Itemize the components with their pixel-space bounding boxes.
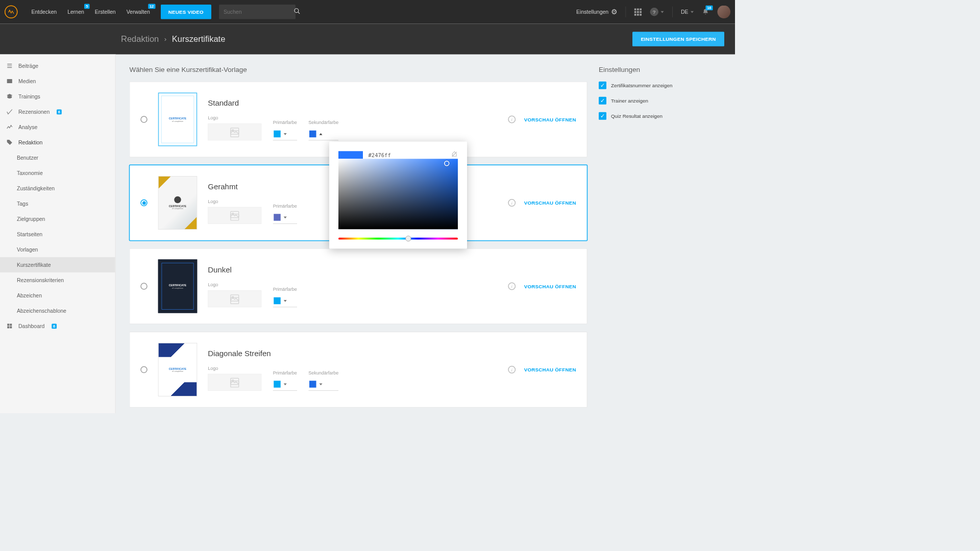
chevron-right-icon: ›	[164, 35, 167, 43]
nav-item[interactable]: Lernen5	[62, 0, 90, 24]
sidebar-item[interactable]: Rezensionen6	[0, 104, 115, 119]
primary-color-label: Primärfarbe	[273, 370, 297, 375]
primary-color-select[interactable]	[273, 378, 297, 390]
setting-checkbox-row[interactable]: ✓Zertifikatsnummer anzeigen	[599, 82, 721, 89]
svg-rect-1	[7, 79, 12, 83]
sidebar-item[interactable]: Vorlagen	[0, 242, 115, 257]
logo-upload[interactable]	[208, 373, 261, 390]
logo-upload[interactable]	[208, 123, 261, 140]
picker-hex-value[interactable]: #2476ff	[369, 152, 446, 158]
color-swatch	[274, 297, 281, 305]
breadcrumb-root[interactable]: Redaktion	[121, 34, 159, 44]
sidebar-item[interactable]: Trainings	[0, 89, 115, 104]
template-thumbnail: CERTIFICATEof completion	[158, 176, 198, 230]
color-swatch	[274, 214, 281, 221]
picker-hue-handle[interactable]	[405, 236, 411, 241]
primary-color-select[interactable]	[273, 128, 297, 140]
primary-color-select[interactable]	[273, 211, 297, 223]
open-preview-link[interactable]: VORSCHAU ÖFFNEN	[524, 116, 576, 122]
notifications-button[interactable]: 16	[702, 9, 709, 16]
template-thumbnail: CERTIFICATEof completion	[158, 260, 198, 313]
checkbox-checked-icon: ✓	[599, 112, 606, 120]
logo-label: Logo	[208, 282, 261, 287]
logo-upload[interactable]	[208, 207, 261, 223]
sidebar-item-label: Tags	[17, 201, 28, 207]
template-card: CERTIFICATEof completionDiagonale Streif…	[130, 332, 587, 408]
sidebar-item[interactable]: Abzeichen	[0, 288, 115, 303]
search-icon[interactable]	[293, 8, 301, 16]
apps-menu[interactable]	[634, 8, 641, 15]
sidebar-item[interactable]: Benutzer	[0, 150, 115, 165]
picker-clear-icon[interactable]	[451, 151, 458, 159]
sidebar-item[interactable]: Tags	[0, 196, 115, 211]
search-input[interactable]	[224, 9, 290, 15]
picker-saturation-canvas[interactable]	[338, 159, 458, 229]
logo-label: Logo	[208, 365, 261, 371]
sidebar-item[interactable]: Rezensionskriterien	[0, 272, 115, 288]
primary-color-select[interactable]	[273, 295, 297, 307]
info-icon[interactable]: i	[508, 366, 516, 373]
check-icon	[6, 108, 13, 115]
language-label: DE	[681, 9, 689, 15]
info-icon[interactable]: i	[508, 283, 516, 290]
secondary-color-label: Sekundärfarbe	[308, 119, 338, 125]
sidebar-item[interactable]: Taxonomie	[0, 165, 115, 181]
secondary-color-label: Sekundärfarbe	[308, 370, 338, 375]
sidebar-item[interactable]: Dashboard6	[0, 318, 115, 334]
logo-label: Logo	[208, 198, 261, 204]
settings-panel: Einstellungen ✓Zertifikatsnummer anzeige…	[599, 66, 721, 402]
setting-checkbox-row[interactable]: ✓Trainer anzeigen	[599, 97, 721, 105]
brand-logo[interactable]	[5, 6, 18, 19]
nav-item[interactable]: Verwalten12	[121, 0, 155, 24]
chevron-down-icon	[319, 383, 322, 385]
page-title: Wählen Sie eine Kurszertifikat-Vorlage	[130, 66, 587, 74]
svg-rect-15	[231, 378, 239, 384]
info-icon[interactable]: i	[508, 116, 516, 123]
sidebar-item[interactable]: Redaktion	[0, 135, 115, 150]
top-nav: EntdeckenLernen5ErstellenVerwalten12 NEU…	[0, 0, 735, 24]
sidebar-item[interactable]: Zielgruppen	[0, 211, 115, 227]
sidebar-item[interactable]: Beiträge	[0, 58, 115, 73]
svg-rect-5	[10, 327, 12, 329]
secondary-color-select[interactable]	[308, 128, 338, 140]
new-video-button[interactable]: NEUES VIDEO	[161, 5, 211, 19]
template-radio[interactable]	[140, 116, 148, 123]
chevron-up-icon	[319, 133, 322, 135]
template-radio[interactable]	[140, 366, 148, 373]
sidebar-item[interactable]: Abzeichenschablone	[0, 303, 115, 318]
sidebar-item[interactable]: Kurszertifikate	[0, 257, 115, 272]
sidebar-item-label: Redaktion	[18, 139, 42, 145]
sidebar-item-label: Zuständigkeiten	[17, 185, 55, 191]
nav-item[interactable]: Entdecken	[26, 0, 62, 24]
picker-hue-slider[interactable]	[338, 238, 458, 240]
settings-link[interactable]: Einstellungen	[576, 8, 617, 16]
template-radio[interactable]	[140, 199, 148, 207]
language-menu[interactable]: DE	[681, 9, 694, 15]
sidebar-item[interactable]: Medien	[0, 73, 115, 89]
secondary-color-select[interactable]	[308, 378, 338, 390]
sidebar-item-label: Trainings	[18, 93, 40, 99]
svg-rect-6	[231, 128, 239, 134]
nav-item[interactable]: Erstellen	[89, 0, 121, 24]
setting-checkbox-row[interactable]: ✓Quiz Resultat anzeigen	[599, 112, 721, 120]
sidebar-item[interactable]: Zuständigkeiten	[0, 181, 115, 196]
search-box[interactable]	[219, 5, 296, 19]
picker-sv-handle[interactable]	[444, 161, 450, 166]
logo-upload[interactable]	[208, 290, 261, 307]
sidebar-item[interactable]: Analyse	[0, 119, 115, 135]
apps-icon	[634, 8, 641, 15]
sidebar-item-label: Benutzer	[17, 155, 38, 161]
save-settings-button[interactable]: EINSTELLUNGEN SPEICHERN	[632, 32, 724, 46]
media-icon	[6, 78, 13, 85]
open-preview-link[interactable]: VORSCHAU ÖFFNEN	[524, 283, 576, 289]
sidebar-item-label: Analyse	[18, 124, 37, 130]
help-menu[interactable]: ?	[650, 8, 664, 16]
sidebar-item-label: Taxonomie	[17, 170, 43, 176]
avatar[interactable]	[718, 6, 731, 19]
template-radio[interactable]	[140, 283, 148, 290]
open-preview-link[interactable]: VORSCHAU ÖFFNEN	[524, 200, 576, 206]
sidebar-item[interactable]: Startseiten	[0, 227, 115, 242]
open-preview-link[interactable]: VORSCHAU ÖFFNEN	[524, 367, 576, 372]
sidebar-item-label: Abzeichen	[17, 292, 42, 298]
info-icon[interactable]: i	[508, 199, 516, 207]
